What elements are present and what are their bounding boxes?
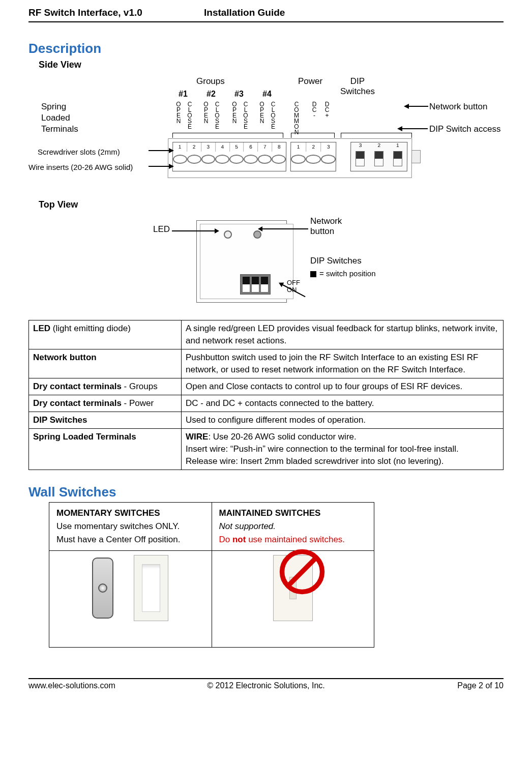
arrow-icon bbox=[172, 230, 215, 231]
heading-top-view: Top View bbox=[39, 199, 504, 210]
maintained-cell: MAINTAINED SWITCHES Not supported. Do no… bbox=[212, 503, 374, 551]
label-led: LED bbox=[153, 224, 170, 235]
label-switch-position: = switch position bbox=[310, 269, 375, 278]
dip-switch-icon bbox=[240, 274, 271, 295]
bracket-power bbox=[291, 133, 335, 138]
arrow-icon bbox=[149, 166, 169, 167]
arrow-icon bbox=[149, 150, 169, 151]
terminal-block-power: 123 bbox=[290, 142, 337, 171]
page-footer: www.elec-solutions.com © 2012 Electronic… bbox=[28, 678, 504, 690]
diagram-side-view: Groups Power DIP Switches #1 #2 #3 #4 OP… bbox=[28, 73, 504, 190]
label-network-button: Network button bbox=[429, 102, 487, 112]
maintained-images bbox=[212, 551, 374, 648]
group-num-3: #3 bbox=[234, 90, 244, 99]
network-button-icon bbox=[253, 230, 261, 239]
device-top-outline bbox=[196, 220, 287, 303]
footer-url: www.elec-solutions.com bbox=[28, 681, 187, 690]
label-dip-switches: DIP Switches bbox=[340, 76, 375, 97]
label-dip-access: DIP Switch access bbox=[429, 124, 500, 134]
group-num-4: #4 bbox=[262, 90, 272, 99]
table-row: Network buttonPushbutton switch used to … bbox=[29, 349, 504, 378]
momentary-cell: MOMENTARY SWITCHES Use momentary switche… bbox=[49, 503, 212, 551]
heading-side-view: Side View bbox=[39, 60, 504, 70]
table-row: Dry contact terminals - PowerDC - and DC… bbox=[29, 395, 504, 412]
momentary-heading: MOMENTARY SWITCHES bbox=[56, 508, 160, 518]
label-power: Power bbox=[298, 76, 322, 86]
section-wall-switches: Wall Switches bbox=[28, 484, 504, 500]
diagram-top-view: LED Network button DIP Switches = switch… bbox=[28, 213, 504, 315]
bracket-groups bbox=[172, 133, 283, 138]
header-product: RF Switch Interface, v1.0 bbox=[28, 7, 204, 18]
svg-line-1 bbox=[288, 559, 315, 586]
table-row: LED (light emitting diode)A single red/g… bbox=[29, 320, 504, 349]
prohibited-icon bbox=[278, 548, 326, 596]
group-num-2: #2 bbox=[206, 90, 216, 99]
label-dip-switches-top: DIP Switches bbox=[310, 256, 362, 266]
square-icon bbox=[310, 271, 316, 277]
bracket-dip bbox=[341, 133, 412, 138]
terminal-block-groups: 12345678 bbox=[172, 142, 287, 171]
label-wire-inserts: Wire inserts (20-26 AWG solid) bbox=[28, 163, 133, 171]
arrow-icon bbox=[262, 228, 308, 229]
document-header: RF Switch Interface, v1.0 Installation G… bbox=[28, 7, 504, 22]
dip-switch-block: 321 bbox=[350, 142, 408, 171]
footer-copyright: © 2012 Electronic Solutions, Inc. bbox=[187, 681, 345, 690]
maintained-line1: Not supported. bbox=[219, 521, 276, 531]
network-button-side bbox=[411, 150, 421, 163]
table-row: Dry contact terminals - GroupsOpen and C… bbox=[29, 378, 504, 395]
group-num-1: #1 bbox=[179, 90, 188, 99]
rocker-switch-icon bbox=[134, 555, 168, 621]
maintained-heading: MAINTAINED SWITCHES bbox=[219, 508, 321, 518]
label-groups: Groups bbox=[196, 76, 225, 86]
doorbell-switch-icon bbox=[92, 558, 113, 619]
device-enclosure: 12345678 123 321 bbox=[168, 138, 412, 178]
description-table: LED (light emitting diode)A single red/g… bbox=[28, 320, 504, 470]
table-row: DIP SwitchesUsed to configure different … bbox=[29, 412, 504, 429]
footer-page: Page 2 of 10 bbox=[345, 681, 504, 690]
led-icon bbox=[224, 230, 232, 239]
maintained-warning: Do not use maintained switches. bbox=[219, 533, 367, 546]
momentary-images bbox=[49, 551, 212, 648]
section-description: Description bbox=[28, 41, 504, 56]
label-network-button-top: Network button bbox=[310, 216, 342, 237]
header-title: Installation Guide bbox=[204, 7, 285, 18]
momentary-line1: Use momentary switches ONLY. bbox=[56, 520, 204, 533]
momentary-line2: Must have a Center Off position. bbox=[56, 533, 204, 546]
label-screwdriver-slots: Screwdriver slots (2mm) bbox=[38, 148, 120, 156]
arrow-icon bbox=[402, 128, 428, 129]
label-spring-loaded: Spring Loaded Terminals bbox=[41, 101, 78, 135]
wall-switches-table: MOMENTARY SWITCHES Use momentary switche… bbox=[49, 502, 374, 648]
arrow-icon bbox=[409, 106, 428, 107]
table-row: Spring Loaded TerminalsWIRE: Use 20-26 A… bbox=[29, 429, 504, 470]
